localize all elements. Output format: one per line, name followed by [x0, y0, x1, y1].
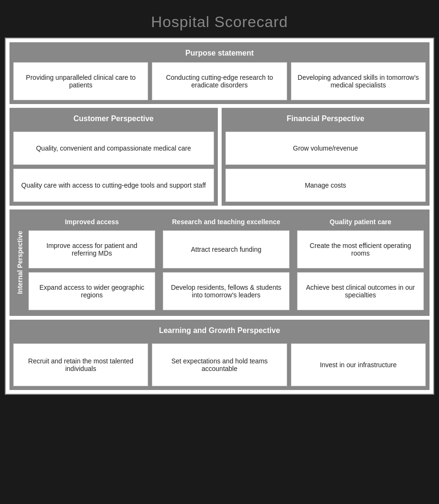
customer-section: Customer Perspective Quality, convenient… — [9, 108, 218, 206]
internal-column-2: Quality patient care Create the most eff… — [295, 213, 426, 312]
financial-header: Financial Perspective — [225, 112, 426, 128]
internal-col-header-1: Research and teaching excellence — [163, 215, 290, 230]
internal-label: Internal Perspective — [16, 231, 24, 294]
internal-column-0: Improved access Improve access for patie… — [27, 213, 157, 312]
financial-card-1: Manage costs — [225, 169, 426, 202]
internal-card-0-0: Improve access for patient and referring… — [28, 230, 155, 268]
internal-cards-1: Attract research funding Develop residen… — [163, 230, 290, 310]
internal-card-1-1: Develop residents, fellows & students in… — [163, 272, 290, 310]
internal-section: Internal Perspective Improved access Imp… — [9, 209, 430, 316]
purpose-cards: Providing unparalleled clinical care to … — [13, 62, 426, 100]
internal-col-header-2: Quality patient care — [297, 215, 424, 230]
internal-label-container: Internal Perspective — [13, 213, 27, 312]
customer-card-0: Quality, convenient and compassionate me… — [13, 132, 214, 165]
purpose-card-0: Providing unparalleled clinical care to … — [13, 62, 148, 100]
financial-section: Financial Perspective Grow volume/revenu… — [222, 108, 430, 206]
internal-cards-0: Improve access for patient and referring… — [28, 230, 155, 310]
perspectives-row: Customer Perspective Quality, convenient… — [9, 108, 430, 206]
internal-col-header-0: Improved access — [28, 215, 155, 230]
purpose-card-2: Developing advanced skills in tomorrow's… — [291, 62, 426, 100]
scorecard-wrapper: Hospital Scorecard Purpose statement Pro… — [0, 0, 439, 399]
learning-card-2: Invest in our infrastructure — [291, 343, 426, 386]
learning-card-0: Recruit and retain the most talented ind… — [13, 343, 148, 386]
customer-card-1: Quality care with access to cutting-edge… — [13, 169, 214, 202]
learning-header: Learning and Growth Perspective — [13, 323, 426, 340]
page-title: Hospital Scorecard — [5, 5, 434, 38]
internal-card-2-1: Achieve best clinical outcomes in our sp… — [297, 272, 424, 310]
internal-cards-2: Create the most efficient operating room… — [297, 230, 424, 310]
customer-header: Customer Perspective — [13, 112, 214, 128]
internal-card-1-0: Attract research funding — [163, 230, 290, 268]
financial-cards: Grow volume/revenue Manage costs — [225, 132, 426, 202]
learning-card-1: Set expectations and hold teams accounta… — [152, 343, 287, 386]
internal-content: Improved access Improve access for patie… — [27, 213, 426, 312]
internal-card-2-0: Create the most efficient operating room… — [297, 230, 424, 268]
financial-card-0: Grow volume/revenue — [225, 132, 426, 165]
learning-section: Learning and Growth Perspective Recruit … — [9, 320, 430, 390]
learning-cards: Recruit and retain the most talented ind… — [13, 343, 426, 386]
customer-cards: Quality, convenient and compassionate me… — [13, 132, 214, 202]
purpose-section: Purpose statement Providing unparalleled… — [9, 42, 430, 104]
outer-container: Purpose statement Providing unparalleled… — [5, 38, 434, 395]
purpose-card-1: Conducting cutting-edge research to erad… — [152, 62, 287, 100]
internal-column-1: Research and teaching excellence Attract… — [161, 213, 291, 312]
internal-card-0-1: Expand access to wider geographic region… — [28, 272, 155, 310]
purpose-header: Purpose statement — [13, 46, 426, 62]
